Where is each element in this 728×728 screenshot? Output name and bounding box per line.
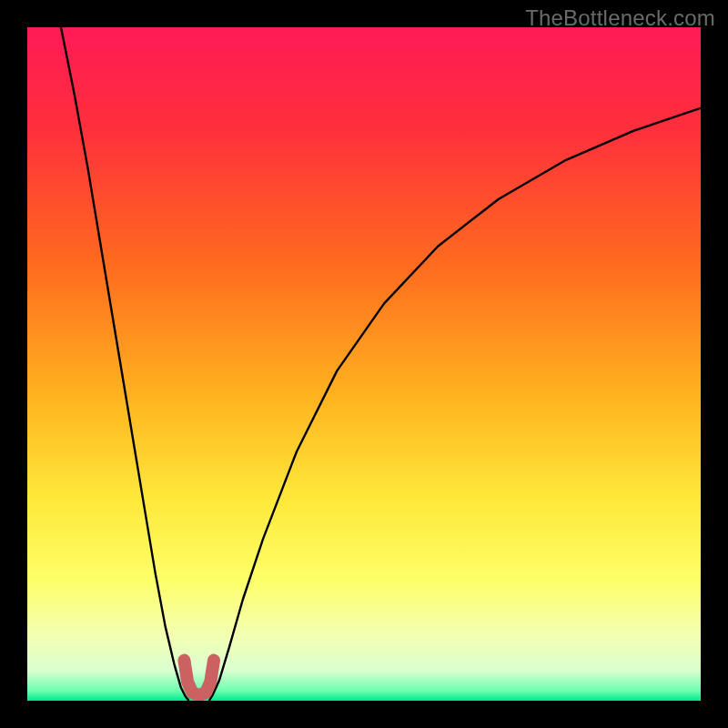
chart-container: TheBottleneck.com [0, 0, 728, 728]
watermark-text: TheBottleneck.com [525, 5, 715, 31]
gradient-background [27, 27, 701, 701]
chart-svg [27, 27, 701, 701]
plot-area [27, 27, 701, 701]
